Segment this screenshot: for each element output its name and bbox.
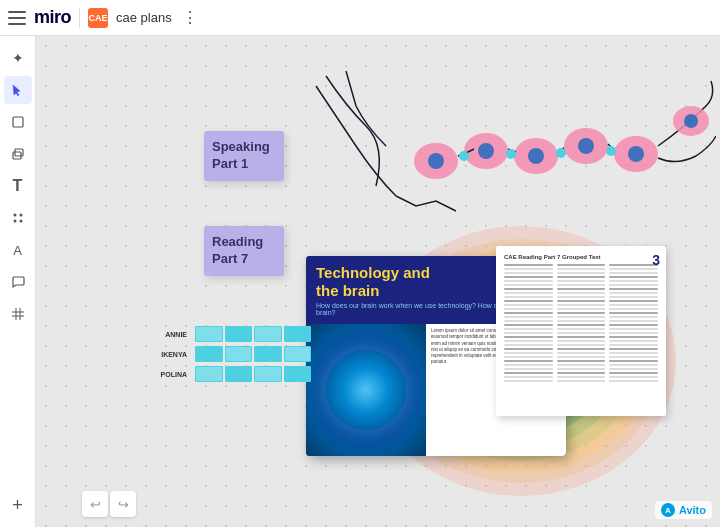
table-cell[interactable] bbox=[195, 366, 223, 382]
topbar: miro CAE cae plans ⋮ bbox=[0, 0, 720, 36]
table-label-ikenya: IKENYA bbox=[146, 346, 191, 362]
table-cell[interactable] bbox=[284, 366, 312, 382]
left-sidebar: ✦ T A + bbox=[0, 36, 36, 527]
table-cell[interactable] bbox=[195, 346, 223, 362]
svg-point-19 bbox=[578, 138, 594, 154]
reading-document[interactable]: 3 CAE Reading Part 7 Grouped Text bbox=[496, 246, 666, 416]
avito-watermark: A Avito bbox=[655, 501, 712, 519]
svg-point-23 bbox=[556, 148, 566, 158]
table-cell[interactable] bbox=[225, 366, 253, 382]
table-cells-polina bbox=[195, 366, 311, 382]
sidebar-text-button[interactable]: T bbox=[4, 172, 32, 200]
svg-point-6 bbox=[19, 220, 22, 223]
undo-redo-controls: ↩ ↪ bbox=[82, 491, 136, 517]
svg-point-26 bbox=[684, 114, 698, 128]
table-section: ANNIE IKENYA POLINA bbox=[146, 326, 311, 386]
reading-note-part: Part 7 bbox=[212, 251, 248, 266]
canvas[interactable]: Speaking Part 1 Reading Part 7 Technolog… bbox=[36, 36, 720, 527]
svg-point-22 bbox=[506, 149, 516, 159]
speaking-sticky-note[interactable]: Speaking Part 1 bbox=[204, 131, 284, 181]
svg-point-24 bbox=[606, 146, 616, 156]
sidebar-pen-button[interactable]: A bbox=[4, 236, 32, 264]
undo-button[interactable]: ↩ bbox=[82, 491, 108, 517]
table-cell[interactable] bbox=[225, 346, 253, 362]
sidebar-comment-button[interactable] bbox=[4, 268, 32, 296]
sidebar-add-button[interactable]: + bbox=[4, 491, 32, 519]
table-label-polina: POLINA bbox=[146, 366, 191, 382]
more-options-button[interactable]: ⋮ bbox=[182, 8, 198, 27]
neuron-illustration bbox=[296, 66, 716, 226]
table-row[interactable]: ANNIE bbox=[146, 326, 311, 342]
svg-point-21 bbox=[459, 151, 469, 161]
svg-point-4 bbox=[19, 214, 22, 217]
svg-point-5 bbox=[13, 220, 16, 223]
sidebar-magic-button[interactable]: ✦ bbox=[4, 44, 32, 72]
table-cell[interactable] bbox=[254, 346, 282, 362]
table-cell[interactable] bbox=[195, 326, 223, 342]
table-cell[interactable] bbox=[254, 366, 282, 382]
table-row[interactable]: POLINA bbox=[146, 366, 311, 382]
svg-point-18 bbox=[528, 148, 544, 164]
svg-point-16 bbox=[428, 153, 444, 169]
sidebar-shapes-button[interactable] bbox=[4, 140, 32, 168]
table-cell[interactable] bbox=[284, 326, 312, 342]
table-label-annie: ANNIE bbox=[146, 326, 191, 342]
reading-sticky-note[interactable]: Reading Part 7 bbox=[204, 226, 284, 276]
reading-note-text: Reading bbox=[212, 234, 263, 249]
table-cell[interactable] bbox=[284, 346, 312, 362]
menu-button[interactable] bbox=[8, 11, 26, 25]
sidebar-sticky-button[interactable] bbox=[4, 108, 32, 136]
avito-label: Avito bbox=[679, 504, 706, 516]
tech-card-brain-image bbox=[306, 324, 426, 456]
redo-button[interactable]: ↪ bbox=[110, 491, 136, 517]
svg-rect-0 bbox=[13, 117, 23, 127]
reading-doc-header: CAE Reading Part 7 Grouped Text bbox=[504, 254, 658, 260]
topbar-divider bbox=[79, 8, 80, 28]
table-row[interactable]: IKENYA bbox=[146, 346, 311, 362]
avito-logo: A bbox=[661, 503, 675, 517]
table-cell[interactable] bbox=[254, 326, 282, 342]
svg-point-3 bbox=[13, 214, 16, 217]
document-title[interactable]: cae plans bbox=[116, 10, 172, 25]
speaking-note-text: Speaking bbox=[212, 139, 270, 154]
table-cells-annie bbox=[195, 326, 311, 342]
svg-point-17 bbox=[478, 143, 494, 159]
sidebar-grid-button[interactable] bbox=[4, 300, 32, 328]
speaking-note-part: Part 1 bbox=[212, 156, 248, 171]
sidebar-select-button[interactable] bbox=[4, 76, 32, 104]
reading-doc-number: 3 bbox=[652, 252, 660, 268]
app-logo: miro bbox=[34, 7, 71, 28]
sidebar-apps-button[interactable] bbox=[4, 204, 32, 232]
table-cells-ikenya bbox=[195, 346, 311, 362]
table-cell[interactable] bbox=[225, 326, 253, 342]
reading-doc-columns bbox=[504, 264, 658, 384]
file-icon: CAE bbox=[88, 8, 108, 28]
svg-point-20 bbox=[628, 146, 644, 162]
